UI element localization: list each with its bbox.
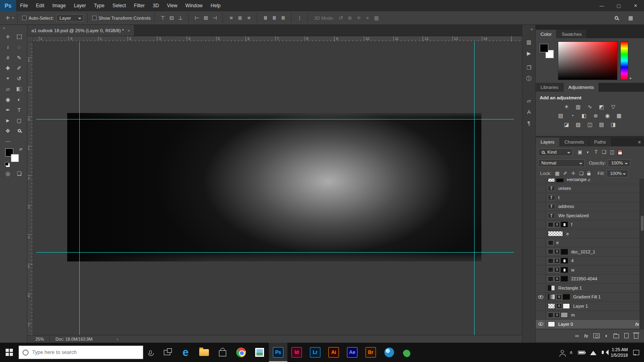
posterize-icon[interactable]: ▨ [575, 121, 582, 128]
lock-position-icon[interactable]: ✛ [570, 171, 578, 176]
opacity-dropdown[interactable]: 100% [608, 159, 630, 167]
search-icon[interactable] [615, 16, 618, 20]
layer-row[interactable]: 8 f [536, 220, 644, 230]
visibility-toggle[interactable] [536, 202, 546, 211]
history-brush-tool[interactable]: ↺ [14, 75, 25, 82]
menu-image[interactable]: Image [48, 0, 70, 11]
layer-filter-kind-dropdown[interactable]: Kind [538, 148, 573, 156]
link-layers-icon[interactable]: ∞ [575, 333, 579, 339]
taskbar-green-app[interactable] [398, 343, 417, 362]
taskbar-clock[interactable]: 1:25 AM 1/5/2018 [611, 347, 628, 358]
taskbar-bridge[interactable]: Br [361, 343, 380, 362]
visibility-toggle[interactable] [536, 284, 546, 292]
move-tool-preset-icon[interactable]: ✛ [3, 15, 12, 21]
taskbar-photos[interactable] [250, 343, 269, 362]
layer-row[interactable]: T address [536, 202, 644, 212]
add-layer-style-icon[interactable]: fx [584, 333, 588, 338]
menu-3d[interactable]: 3D [149, 0, 163, 11]
layer-row[interactable]: 8 w [536, 265, 644, 275]
measurement-panel-icon[interactable]: ▱ [522, 95, 535, 106]
layer-thumbnail[interactable] [548, 294, 555, 300]
layer-thumbnail[interactable] [548, 303, 555, 309]
info-panel-icon[interactable]: ⓘ [522, 73, 535, 84]
layer-row[interactable]: Rectangle 1 [536, 284, 644, 293]
search-input[interactable] [32, 350, 143, 355]
distribute-top-edges-icon[interactable]: ≡ [227, 15, 235, 21]
taskbar-lightroom[interactable]: Lr [306, 343, 324, 362]
add-adjustment-layer-icon[interactable]: ◐ [605, 333, 608, 339]
brightness-contrast-icon[interactable]: ☀ [563, 104, 570, 110]
minimize-button[interactable]: — [593, 0, 610, 11]
visibility-toggle[interactable] [536, 265, 546, 274]
paragraph-panel-icon[interactable]: ¶ [522, 117, 535, 129]
visibility-toggle[interactable] [536, 302, 546, 311]
distribute-left-edges-icon[interactable]: Ⅲ [261, 15, 270, 21]
clone-source-panel-icon[interactable]: ❐ [522, 62, 535, 73]
filter-pixel-layers-icon[interactable]: ▣ [576, 149, 584, 155]
tab-paths[interactable]: Paths [589, 138, 611, 146]
black-white-icon[interactable]: ◧ [580, 113, 588, 119]
type-layer-icon[interactable]: T [548, 204, 555, 209]
visibility-toggle[interactable] [536, 229, 546, 238]
character-panel-icon[interactable]: A [522, 106, 535, 117]
lock-image-pixels-icon[interactable]: ✐ [561, 171, 570, 176]
filter-smart-objects-icon[interactable]: ◫ [608, 149, 616, 155]
delete-layer-icon[interactable] [634, 334, 638, 339]
hue-slider[interactable] [620, 41, 628, 80]
distribute-vertical-centers-icon[interactable]: ≣ [235, 15, 244, 21]
taskbar-edge[interactable]: e [176, 343, 195, 362]
align-vertical-centers-icon[interactable]: ⊟ [167, 15, 176, 21]
distribute-bottom-edges-icon[interactable]: ≡ [244, 15, 253, 21]
align-top-edges-icon[interactable]: ⊤ [158, 15, 167, 21]
gradient-map-icon[interactable]: ▤ [598, 121, 605, 128]
photo-filter-icon[interactable]: ⊛ [592, 113, 599, 119]
show-transform-checkbox[interactable] [92, 16, 97, 20]
menu-edit[interactable]: Edit [32, 0, 48, 11]
vibrance-icon[interactable]: ▽ [610, 104, 617, 110]
new-layer-icon[interactable] [624, 333, 629, 338]
threshold-icon[interactable]: ◫ [586, 121, 594, 128]
visibility-toggle[interactable] [536, 311, 546, 320]
visibility-toggle[interactable] [536, 257, 546, 265]
clone-stamp-tool[interactable]: ⌖ [2, 75, 14, 82]
filter-type-layers-icon[interactable]: T [592, 149, 600, 155]
menu-select[interactable]: Select [108, 0, 130, 11]
swap-colors-icon[interactable]: ⇄ [19, 147, 23, 151]
levels-icon[interactable]: ▥ [575, 104, 582, 110]
3d-drag-icon[interactable]: ✛ [354, 15, 363, 21]
tab-libraries[interactable]: Libraries [536, 83, 564, 92]
layer-row-selected[interactable]: Layer 0 fx▾ [536, 320, 644, 329]
exposure-icon[interactable]: ◩ [598, 104, 605, 110]
panel-foreground-swatch[interactable] [540, 44, 548, 52]
layer-row[interactable]: 8 Layer 1 [536, 302, 644, 311]
type-layer-icon[interactable]: T [548, 185, 555, 191]
layer-thumbnail[interactable] [561, 267, 568, 273]
fill-dropdown[interactable]: 100% [607, 170, 628, 177]
color-lookup-icon[interactable]: ▦ [615, 113, 623, 119]
zoom-level[interactable]: 25% [35, 337, 44, 341]
people-icon[interactable] [561, 350, 564, 355]
layer-thumbnail[interactable] [548, 321, 555, 327]
color-balance-icon[interactable]: ◔ [569, 113, 576, 119]
lock-transparent-pixels-icon[interactable]: ▦ [553, 171, 561, 176]
network-icon[interactable] [590, 350, 597, 355]
guide-horizontal-bottom[interactable] [36, 252, 514, 253]
auto-select-checkbox[interactable] [22, 16, 27, 20]
align-bottom-edges-icon[interactable]: ⊥ [176, 15, 185, 21]
guide-vertical-right[interactable] [474, 42, 475, 335]
add-layer-mask-icon[interactable] [593, 333, 600, 338]
mask-thumbnail[interactable] [563, 294, 570, 300]
taskbar-chrome[interactable] [232, 343, 250, 362]
hand-tool[interactable]: ✥ [2, 127, 14, 134]
screen-mode-button[interactable]: ❏ [14, 170, 25, 177]
zoom-tool[interactable] [14, 127, 25, 134]
layer-filtering-toggle[interactable] [618, 150, 622, 155]
type-layer-icon[interactable]: T [548, 195, 555, 200]
new-group-icon[interactable] [613, 334, 619, 338]
hue-saturation-icon[interactable]: ▤ [557, 113, 564, 119]
selective-color-icon[interactable]: ◨ [610, 121, 617, 128]
auto-select-dropdown[interactable]: Layer [56, 14, 84, 22]
menu-view[interactable]: View [163, 0, 182, 11]
taskbar-search[interactable] [19, 346, 143, 359]
3d-rotate-icon[interactable]: ↺ [336, 15, 345, 21]
